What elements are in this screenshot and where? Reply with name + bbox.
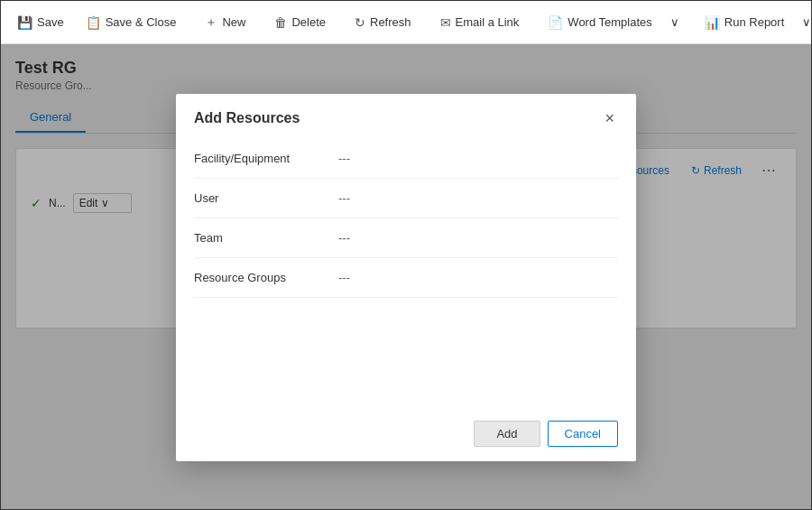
dialog-row-user: User --- xyxy=(194,179,618,218)
dialog-row-team: Team --- xyxy=(194,218,618,258)
delete-button[interactable]: 🗑 Delete xyxy=(265,10,335,35)
resource-groups-label: Resource Groups xyxy=(194,271,338,284)
dialog-body: Facility/Equipment --- User --- Team ---… xyxy=(176,139,636,406)
new-button[interactable]: ＋ New xyxy=(196,9,254,36)
dialog-row-resource-groups: Resource Groups --- xyxy=(194,258,618,298)
team-value: --- xyxy=(338,231,350,245)
user-value: --- xyxy=(338,191,350,205)
add-resources-dialog: Add Resources × Facility/Equipment --- U… xyxy=(176,94,636,461)
team-label: Team xyxy=(194,231,338,245)
dialog-spacer xyxy=(194,298,618,406)
cancel-button[interactable]: Cancel xyxy=(548,421,618,447)
run-report-dropdown[interactable]: ∨ xyxy=(797,10,812,34)
dialog-row-facility: Facility/Equipment --- xyxy=(194,139,618,179)
user-label: User xyxy=(194,191,338,205)
save-icon: 💾 xyxy=(17,15,32,30)
save-button[interactable]: 💾 Save xyxy=(8,10,73,35)
run-report-icon: 📊 xyxy=(705,15,720,30)
facility-value: --- xyxy=(338,152,350,165)
chevron-down-icon-2: ∨ xyxy=(802,15,811,29)
word-templates-icon: 📄 xyxy=(548,15,563,30)
save-close-icon: 📋 xyxy=(86,15,101,30)
main-toolbar: 💾 Save 📋 Save & Close ＋ New 🗑 Delete ↻ R… xyxy=(1,1,811,44)
modal-overlay: Add Resources × Facility/Equipment --- U… xyxy=(1,44,811,510)
new-icon: ＋ xyxy=(205,14,217,31)
refresh-icon: ↻ xyxy=(355,15,365,30)
email-link-button[interactable]: ✉ Email a Link xyxy=(431,10,529,35)
refresh-button[interactable]: ↻ Refresh xyxy=(346,10,420,35)
dialog-title: Add Resources xyxy=(194,110,300,126)
add-button[interactable]: Add xyxy=(474,421,540,447)
chevron-down-icon: ∨ xyxy=(670,15,679,29)
word-templates-button[interactable]: 📄 Word Templates xyxy=(539,10,660,35)
dialog-footer: Add Cancel xyxy=(176,406,636,461)
email-icon: ✉ xyxy=(440,15,451,30)
facility-label: Facility/Equipment xyxy=(194,152,338,165)
dialog-header: Add Resources × xyxy=(176,94,636,139)
word-templates-dropdown[interactable]: ∨ xyxy=(665,10,685,34)
dialog-close-button[interactable]: × xyxy=(601,108,618,128)
run-report-button[interactable]: 📊 Run Report xyxy=(696,10,793,35)
main-content: Test RG Resource Gro... General Add Reso… xyxy=(1,44,811,510)
resource-groups-value: --- xyxy=(338,271,350,284)
delete-icon: 🗑 xyxy=(274,15,287,30)
save-close-button[interactable]: 📋 Save & Close xyxy=(77,10,186,35)
